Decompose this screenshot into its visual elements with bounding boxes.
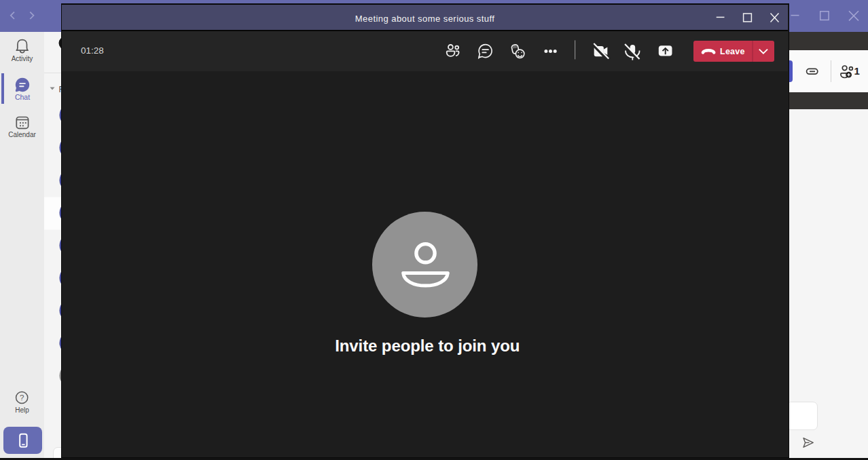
svg-text:?: ?: [20, 394, 24, 402]
